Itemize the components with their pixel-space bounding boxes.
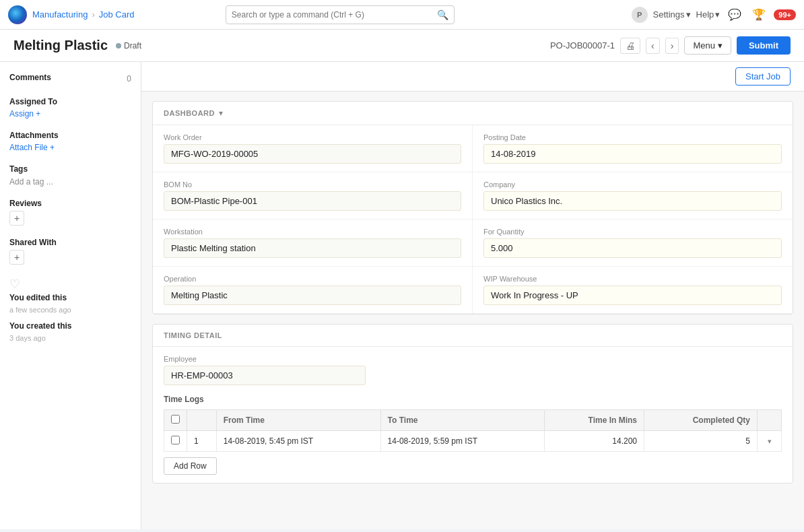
status-dot — [116, 43, 121, 48]
top-navigation: Manufacturing › Job Card 🔍 P Settings ▾ … — [0, 0, 804, 30]
timing-header: TIMING DETAIL — [153, 325, 793, 347]
submit-button[interactable]: Submit — [737, 36, 791, 55]
operation-value[interactable]: Melting Plastic — [164, 286, 461, 305]
timing-section: TIMING DETAIL Employee HR-EMP-00003 Time… — [152, 324, 793, 484]
row-from-time: 14-08-2019, 5:45 pm IST — [216, 431, 380, 452]
search-input[interactable] — [232, 10, 437, 20]
help-button[interactable]: Help ▾ — [696, 9, 721, 20]
comments-section: Comments 0 — [9, 73, 131, 85]
row-completed-qty: 5 — [644, 431, 758, 452]
wip-warehouse-value[interactable]: Work In Progress - UP — [483, 286, 782, 305]
page-title: Melting Plastic — [13, 38, 108, 53]
operation-cell: Operation Melting Plastic — [153, 267, 473, 314]
for-quantity-label: For Quantity — [483, 228, 782, 236]
search-icon: 🔍 — [437, 9, 448, 20]
posting-date-label: Posting Date — [483, 133, 782, 141]
company-label: Company — [483, 180, 782, 189]
work-order-value[interactable]: MFG-WO-2019-00005 — [164, 144, 461, 164]
time-logs-table: From Time To Time Time In Mins Completed… — [164, 409, 782, 452]
trophy-icon-button[interactable]: 🏆 — [749, 7, 768, 22]
activity-2: You created this 3 days ago — [9, 320, 131, 344]
operation-label: Operation — [164, 275, 461, 283]
row-number: 1 — [187, 431, 217, 452]
col-checkbox — [164, 410, 187, 431]
company-value[interactable]: Unico Plastics Inc. — [483, 191, 782, 211]
time-logs-label: Time Logs — [164, 395, 782, 404]
timing-form: Employee HR-EMP-00003 Time Logs From Tim… — [153, 347, 793, 483]
col-to-time: To Time — [380, 410, 545, 431]
dashboard-chevron[interactable]: ▾ — [219, 108, 223, 118]
row-checkbox-cell[interactable] — [164, 431, 187, 452]
heart-icon[interactable]: ♡ — [9, 277, 131, 292]
add-review-button[interactable]: + — [9, 211, 24, 226]
search-bar[interactable]: 🔍 — [226, 5, 455, 24]
wip-warehouse-cell: WIP Warehouse Work In Progress - UP — [473, 267, 793, 314]
row-checkbox[interactable] — [171, 436, 180, 444]
start-job-button[interactable]: Start Job — [735, 67, 791, 86]
posting-date-value[interactable]: 14-08-2019 — [483, 144, 782, 164]
row-time-in-mins: 14.200 — [545, 431, 644, 452]
workstation-value[interactable]: Plastic Melting station — [164, 238, 461, 258]
add-tag-button[interactable]: Add a tag ... — [9, 177, 53, 187]
main-content: Start Job DASHBOARD ▾ Work Order MFG-WO-… — [141, 62, 804, 529]
settings-button[interactable]: Settings ▾ — [653, 9, 691, 20]
row-dropdown-arrow[interactable]: ▾ — [768, 437, 772, 445]
menu-button[interactable]: Menu ▾ — [684, 36, 731, 55]
sidebar: Comments 0 Assigned To Assign + Attachme… — [0, 62, 141, 529]
tags-label: Tags — [9, 164, 131, 174]
bom-no-value[interactable]: BOM-Plastic Pipe-001 — [164, 191, 461, 211]
posting-date-cell: Posting Date 14-08-2019 — [473, 125, 793, 172]
status-label: Draft — [124, 41, 141, 51]
bom-no-cell: BOM No BOM-Plastic Pipe-001 — [153, 172, 473, 220]
start-job-bar: Start Job — [141, 62, 804, 92]
attachments-section: Attachments Attach File + — [9, 131, 131, 152]
attachments-label: Attachments — [9, 131, 131, 140]
wip-warehouse-label: WIP Warehouse — [483, 275, 782, 283]
work-order-label: Work Order — [164, 133, 461, 141]
layout: Comments 0 Assigned To Assign + Attachme… — [0, 62, 804, 529]
add-shared-button[interactable]: + — [9, 250, 24, 265]
app-logo — [8, 5, 27, 24]
col-time-in-mins: Time In Mins — [545, 410, 644, 431]
assigned-to-label: Assigned To — [9, 97, 131, 106]
attach-file-button[interactable]: Attach File + — [9, 143, 131, 152]
topnav-right: P Settings ▾ Help ▾ 💬 🏆 99+ — [632, 7, 796, 23]
employee-label: Employee — [164, 355, 782, 363]
select-all-checkbox[interactable] — [171, 415, 180, 424]
dashboard-form: Work Order MFG-WO-2019-00005 Posting Dat… — [153, 125, 793, 314]
prev-button[interactable]: ‹ — [646, 38, 660, 54]
page-header: Melting Plastic Draft PO-JOB00007-1 🖨 ‹ … — [0, 30, 804, 62]
status-badge: Draft — [116, 41, 141, 51]
for-quantity-value[interactable]: 5.000 — [483, 238, 782, 258]
bom-no-label: BOM No — [164, 180, 461, 189]
chat-icon-button[interactable]: 💬 — [725, 7, 744, 22]
activity-1: You edited this a few seconds ago — [9, 292, 131, 316]
reviews-section: Reviews + — [9, 199, 131, 226]
breadcrumb-jobcard[interactable]: Job Card — [99, 9, 135, 20]
workstation-label: Workstation — [164, 228, 461, 236]
row-dropdown-cell[interactable]: ▾ — [758, 431, 782, 452]
dashboard-section: DASHBOARD ▾ Work Order MFG-WO-2019-00005… — [152, 101, 793, 314]
shared-with-label: Shared With — [9, 238, 131, 247]
tags-section: Tags Add a tag ... — [9, 164, 131, 187]
print-button[interactable]: 🖨 — [620, 38, 640, 54]
col-from-time: From Time — [216, 410, 380, 431]
notification-badge[interactable]: 99+ — [774, 9, 796, 20]
breadcrumb: Manufacturing › Job Card — [32, 9, 134, 20]
comments-count: 0 — [127, 74, 131, 84]
dashboard-title: DASHBOARD — [164, 109, 215, 117]
next-button[interactable]: › — [665, 38, 679, 54]
col-actions — [758, 410, 782, 431]
employee-value[interactable]: HR-EMP-00003 — [164, 366, 366, 385]
breadcrumb-manufacturing[interactable]: Manufacturing — [32, 9, 88, 20]
add-row-button[interactable]: Add Row — [164, 457, 217, 475]
doc-id: PO-JOB00007-1 — [550, 40, 615, 51]
table-row: 1 14-08-2019, 5:45 pm IST 14-08-2019, 5:… — [164, 431, 782, 452]
company-cell: Company Unico Plastics Inc. — [473, 172, 793, 220]
assign-button[interactable]: Assign + — [9, 109, 131, 119]
assigned-to-section: Assigned To Assign + — [9, 97, 131, 119]
col-completed-qty: Completed Qty — [644, 410, 758, 431]
timing-title: TIMING DETAIL — [164, 331, 222, 339]
workstation-cell: Workstation Plastic Melting station — [153, 220, 473, 267]
reviews-label: Reviews — [9, 199, 131, 208]
